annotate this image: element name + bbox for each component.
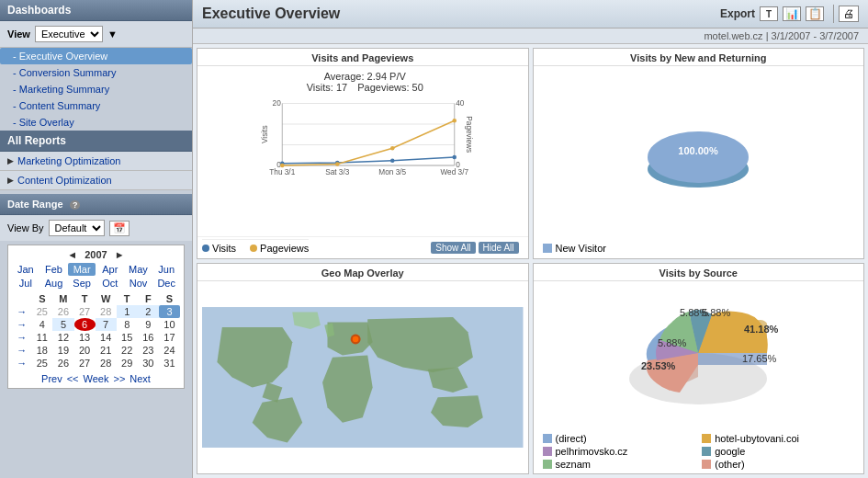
cal-day[interactable]: 25 [31,357,52,370]
cal-day[interactable]: 16 [138,331,159,344]
cal-day[interactable]: 10 [159,318,180,331]
nav-executive-overview[interactable]: - Executive Overview [0,48,192,64]
cal-day[interactable]: 26 [52,305,73,318]
cal-day[interactable]: 2 [138,305,159,318]
cal-week-3: → 11 12 13 14 15 16 17 [12,331,180,344]
source-hotel-color [702,434,711,443]
cal-day[interactable]: 25 [31,305,52,318]
marketing-optimization-label: Marketing Optimization [17,155,121,166]
cal-month-nov[interactable]: Nov [125,277,152,290]
cal-prev[interactable]: ◄ [67,249,77,260]
svg-text:Thu 3/1: Thu 3/1 [269,168,295,176]
cal-month-jun[interactable]: Jun [152,263,180,276]
cal-col-s2: S [159,292,180,305]
cal-day[interactable]: 1 [117,305,138,318]
cal-day[interactable]: 27 [74,305,96,318]
cal-day[interactable]: 11 [31,331,52,344]
cal-day[interactable]: 26 [52,357,73,370]
cal-day[interactable]: 28 [96,357,117,370]
cal-month-apr[interactable]: Apr [96,263,124,276]
cal-day[interactable]: 7 [96,318,117,331]
main-header: Executive Overview Export T 📊 📋 🖨 [193,0,868,28]
cal-month-jan[interactable]: Jan [12,263,39,276]
export-chart-icon[interactable]: 📊 [783,6,801,21]
cal-month-feb[interactable]: Feb [40,263,68,276]
cal-month-mar[interactable]: Mar [68,263,96,276]
cal-day[interactable]: 13 [74,331,96,344]
cal-day[interactable]: 17 [159,331,180,344]
cal-week-arrow-5[interactable]: → [12,357,31,370]
cal-month-sep[interactable]: Sep [68,277,96,290]
cal-week-arrow-3[interactable]: → [12,331,31,344]
cal-month-oct[interactable]: Oct [96,277,124,290]
view-select[interactable]: Executive [35,26,103,42]
cal-day[interactable]: 3 [159,305,180,318]
cal-day[interactable]: 12 [52,331,73,344]
cal-month-may[interactable]: May [125,263,152,276]
source-direct: (direct) [543,433,695,444]
show-all-button[interactable]: Show All [431,242,475,254]
source-hotel: hotel-ubytovani.coi [702,433,854,444]
nav-marketing-summary[interactable]: - Marketing Summary [0,81,192,97]
cal-col-t: T [74,292,96,305]
cal-day[interactable]: 22 [117,344,138,357]
cal-week-arrow-4[interactable]: → [12,344,31,357]
nav-site-overlay[interactable]: - Site Overlay [0,114,192,131]
cal-day[interactable]: 19 [52,344,73,357]
cal-day[interactable]: 27 [74,357,96,370]
svg-text:100.00%: 100.00% [679,145,719,156]
view-by-select[interactable]: Default [49,220,105,236]
geo-map-svg [202,286,524,469]
cal-day[interactable]: 18 [31,344,52,357]
export-table-icon[interactable]: 📋 [806,6,824,21]
svg-point-17 [280,164,285,168]
cal-day[interactable]: 29 [117,357,138,370]
cal-day[interactable]: 21 [96,344,117,357]
svg-text:5.88%: 5.88% [658,337,686,348]
nav-content-summary[interactable]: - Content Summary [0,97,192,114]
cal-day[interactable]: 14 [96,331,117,344]
cal-day[interactable]: 30 [138,357,159,370]
cal-day[interactable]: 8 [117,318,138,331]
hide-all-button[interactable]: Hide All [479,242,519,254]
cal-day[interactable]: 6 [74,318,96,331]
all-reports-header: All Reports [0,131,192,152]
nav-conversion-summary[interactable]: - Conversion Summary [0,64,192,81]
cal-week-arrow-1[interactable]: → [12,305,31,318]
cal-week-arrow-2[interactable]: → [12,318,31,331]
cal-day[interactable]: 20 [74,344,96,357]
svg-point-20 [453,119,457,123]
next-button[interactable]: Next [130,373,151,384]
visits-pageviews-title: Visits and Pageviews [197,49,528,66]
source-other-label: (other) [715,459,744,470]
cal-month-aug[interactable]: Aug [40,277,68,290]
content-optimization-item[interactable]: ▶ Content Optimization [0,171,192,190]
marketing-optimization-item[interactable]: ▶ Marketing Optimization [0,152,192,171]
cal-day[interactable]: 24 [159,344,180,357]
source-google-label: google [715,446,745,457]
cal-week-1: → 25 26 27 28 1 2 3 [12,305,180,318]
svg-text:40: 40 [456,99,465,108]
next-week-button[interactable]: >> [113,373,125,384]
cal-month-jul[interactable]: Jul [12,277,39,290]
source-hotel-label: hotel-ubytovani.coi [715,433,799,444]
calendar-months: Jan Feb Mar Apr May Jun Jul Aug Sep Oct … [12,263,180,290]
cal-day[interactable]: 31 [159,357,180,370]
print-icon[interactable]: 🖨 [839,6,859,22]
prev-button[interactable]: Prev [41,373,62,384]
calendar-icon-button[interactable]: 📅 [109,221,130,236]
cal-day[interactable]: 15 [117,331,138,344]
cal-day[interactable]: 5 [52,318,73,331]
cal-day[interactable]: 28 [96,305,117,318]
source-pelhrimovsko-label: pelhrimovsko.cz [556,446,628,457]
visits-source-legend: (direct) hotel-ubytovani.coi pelhrimovsk… [534,429,864,473]
cal-day[interactable]: 4 [31,318,52,331]
expand-icon: ▶ [7,156,14,165]
cal-month-dec[interactable]: Dec [152,277,180,290]
prev-week-button[interactable]: << [67,373,79,384]
cal-day[interactable]: 9 [138,318,159,331]
export-text-icon[interactable]: T [760,6,778,21]
view-by-row: View By Default 📅 [0,215,192,241]
cal-next[interactable]: ► [115,249,125,260]
cal-day[interactable]: 23 [138,344,159,357]
